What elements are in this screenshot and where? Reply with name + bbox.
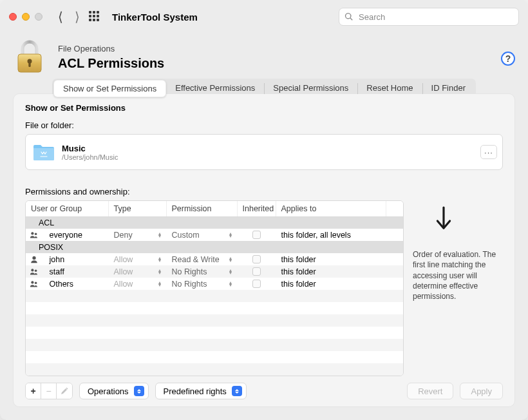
- tab-special-permissions[interactable]: Special Permissions: [264, 80, 357, 97]
- svg-point-9: [35, 282, 37, 284]
- group-header-posix: POSIX: [26, 241, 403, 253]
- close-window-button[interactable]: [9, 13, 17, 21]
- overview-grid-button[interactable]: [89, 11, 100, 23]
- col-user-group[interactable]: User or Group: [26, 201, 108, 216]
- cell-type-select[interactable]: Allow▴▾: [114, 280, 161, 289]
- file-options-button[interactable]: ···: [480, 145, 497, 159]
- lock-icon: [13, 40, 46, 73]
- content-panel: Show or Set Permissions File or folder: …: [13, 93, 515, 407]
- zoom-window-button: [35, 13, 42, 21]
- table-row[interactable]: Others Allow▴▾ No Rights▴▾ this folder: [26, 278, 403, 290]
- svg-point-6: [31, 269, 33, 271]
- svg-point-4: [35, 233, 37, 235]
- svg-point-3: [31, 232, 33, 234]
- group-icon: [30, 280, 39, 289]
- col-applies[interactable]: Applies to: [276, 201, 386, 216]
- evaluation-note: Order of evaluation. The first line matc…: [413, 200, 503, 376]
- down-arrow-icon: [431, 205, 457, 231]
- person-icon: [30, 255, 39, 264]
- group-icon: [30, 231, 39, 240]
- back-button[interactable]: ⟨: [58, 10, 63, 23]
- group-icon: [30, 267, 39, 276]
- cell-user: staff: [44, 265, 108, 278]
- cell-type-select[interactable]: Deny▴▾: [114, 231, 161, 240]
- row-edit-buttons: + −: [25, 383, 73, 399]
- add-button[interactable]: +: [26, 383, 41, 399]
- tab-id-finder[interactable]: ID Finder: [422, 80, 475, 97]
- table-row[interactable]: john Allow▴▾ Read & Write▴▾ this folder: [26, 253, 403, 265]
- inherited-checkbox[interactable]: [252, 267, 261, 276]
- page-title: ACL Permissions: [58, 56, 164, 71]
- permissions-table[interactable]: User or Group Type Permission Inherited …: [25, 200, 404, 376]
- cell-permission-select[interactable]: No Rights▴▾: [172, 280, 232, 289]
- col-inherited[interactable]: Inherited: [237, 201, 276, 216]
- svg-point-5: [32, 256, 35, 260]
- cell-type-select[interactable]: Allow▴▾: [114, 267, 161, 276]
- minimize-window-button[interactable]: [22, 13, 30, 21]
- table-row[interactable]: everyone Deny▴▾ Custom▴▾ this folder, al…: [26, 229, 403, 241]
- search-field[interactable]: [339, 8, 519, 26]
- cell-applies: this folder, all levels: [276, 229, 386, 241]
- app-window: ⟨ ⟩ TinkerTool System: [0, 0, 528, 420]
- edit-button: [57, 383, 72, 399]
- cell-user: everyone: [44, 229, 108, 241]
- section-title: Show or Set Permissions: [25, 103, 503, 113]
- cell-applies: this folder: [276, 265, 386, 278]
- svg-rect-2: [28, 62, 30, 67]
- category-label: File Operations: [58, 44, 164, 53]
- file-name: Music: [62, 144, 118, 153]
- group-header-acl: ACL: [26, 216, 403, 229]
- folder-icon: [32, 142, 55, 162]
- search-input[interactable]: [357, 12, 513, 23]
- tab-effective-permissions[interactable]: Effective Permissions: [166, 80, 264, 97]
- chevron-updown-icon: [232, 386, 242, 396]
- remove-button: −: [41, 383, 57, 399]
- app-title: TinkerTool System: [112, 12, 198, 23]
- cell-permission-select[interactable]: Read & Write▴▾: [172, 255, 232, 264]
- inherited-checkbox[interactable]: [252, 255, 261, 263]
- tab-show-set-permissions[interactable]: Show or Set Permissions: [53, 80, 166, 97]
- col-type[interactable]: Type: [108, 201, 166, 216]
- traffic-lights: [9, 13, 42, 21]
- search-icon: [344, 12, 354, 21]
- file-path: /Users/john/Music: [62, 153, 118, 161]
- cell-user: Others: [44, 278, 108, 290]
- bottom-controls: + − Operations Predefined rights Revert …: [25, 383, 503, 399]
- col-permission[interactable]: Permission: [166, 201, 237, 216]
- svg-point-7: [35, 269, 37, 272]
- operations-menu[interactable]: Operations: [79, 383, 149, 399]
- file-selector[interactable]: Music /Users/john/Music ···: [25, 134, 503, 170]
- cell-type-select[interactable]: Allow▴▾: [114, 255, 161, 264]
- operations-label: Operations: [88, 387, 129, 396]
- table-row[interactable]: staff Allow▴▾ No Rights▴▾ this folder: [26, 265, 403, 278]
- cell-user: john: [44, 253, 108, 265]
- predefined-rights-menu[interactable]: Predefined rights: [155, 383, 247, 399]
- apply-button: Apply: [460, 383, 503, 399]
- page-header: File Operations ACL Permissions ?: [0, 33, 528, 73]
- evaluation-text: Order of evaluation. The first line matc…: [413, 249, 503, 301]
- svg-point-8: [31, 281, 33, 283]
- table-header-row: User or Group Type Permission Inherited …: [26, 201, 403, 216]
- cell-permission-select[interactable]: No Rights▴▾: [172, 267, 232, 276]
- inherited-checkbox[interactable]: [252, 280, 261, 288]
- help-button[interactable]: ?: [501, 52, 515, 66]
- permissions-label: Permissions and ownership:: [25, 187, 503, 196]
- revert-button: Revert: [407, 383, 453, 399]
- forward-button: ⟩: [75, 10, 80, 23]
- cell-applies: this folder: [276, 278, 386, 290]
- chevron-updown-icon: [134, 386, 144, 396]
- cell-permission-select[interactable]: Custom▴▾: [172, 231, 232, 240]
- file-field-label: File or folder:: [25, 120, 503, 130]
- cell-applies: this folder: [276, 253, 386, 265]
- pencil-icon: [61, 387, 68, 395]
- inherited-checkbox[interactable]: [252, 231, 261, 239]
- nav-arrows: ⟨ ⟩: [58, 10, 80, 23]
- predefined-label: Predefined rights: [164, 387, 227, 396]
- tab-reset-home[interactable]: Reset Home: [357, 80, 422, 97]
- titlebar: ⟨ ⟩ TinkerTool System: [0, 0, 528, 33]
